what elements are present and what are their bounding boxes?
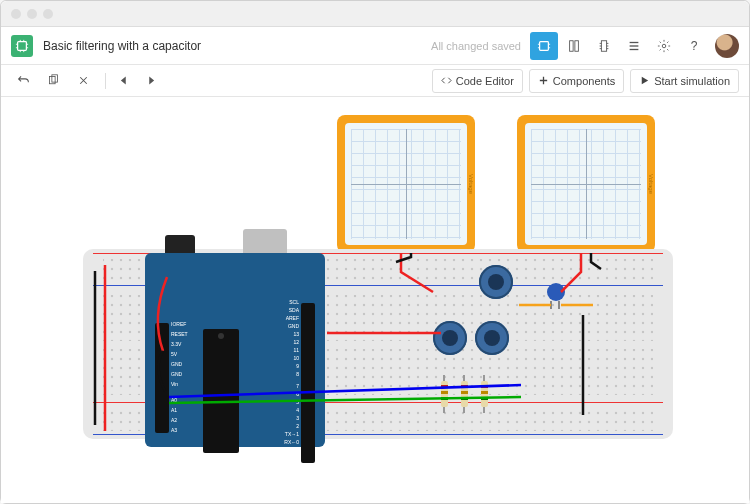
gear-icon bbox=[657, 39, 671, 53]
window-close[interactable] bbox=[11, 9, 21, 19]
pin-label: GND bbox=[171, 371, 182, 377]
svg-rect-16 bbox=[601, 40, 606, 51]
oscilloscope-2[interactable]: Time Voltage bbox=[517, 115, 655, 253]
capacitor[interactable] bbox=[547, 283, 565, 301]
pin-label: A0 bbox=[171, 397, 177, 403]
brand-logo[interactable] bbox=[11, 35, 33, 57]
pin-label: 4 bbox=[296, 407, 299, 413]
view-code-button[interactable] bbox=[590, 32, 618, 60]
copy-button[interactable] bbox=[41, 69, 65, 93]
svg-point-26 bbox=[662, 44, 666, 48]
help-button[interactable]: ? bbox=[680, 32, 708, 60]
step-back-button[interactable] bbox=[110, 69, 134, 93]
start-simulation-label: Start simulation bbox=[654, 75, 730, 87]
svg-rect-0 bbox=[18, 41, 27, 50]
chip-icon bbox=[15, 39, 29, 53]
pin-label: RX←0 bbox=[284, 439, 299, 445]
resistor-3[interactable] bbox=[481, 381, 488, 407]
pin-label: TX→1 bbox=[285, 431, 299, 437]
save-status: All changed saved bbox=[431, 40, 521, 52]
microcontroller-chip bbox=[203, 329, 239, 453]
scope-ylabel: Voltage bbox=[648, 174, 654, 194]
plus-icon bbox=[538, 75, 549, 86]
resistor-2[interactable] bbox=[461, 381, 468, 407]
play-icon bbox=[639, 75, 650, 86]
pin-label: 9 bbox=[296, 363, 299, 369]
left-pin-header[interactable] bbox=[155, 323, 169, 433]
scope-ylabel: Voltage bbox=[468, 174, 474, 194]
pin-label: 7 bbox=[296, 383, 299, 389]
pin-label: SCL bbox=[289, 299, 299, 305]
pin-label: Vin bbox=[171, 381, 178, 387]
pin-label: 11 bbox=[293, 347, 299, 353]
pin-label: GND bbox=[171, 361, 182, 367]
undo-button[interactable] bbox=[11, 69, 35, 93]
potentiometer-1[interactable] bbox=[479, 265, 513, 299]
svg-rect-9 bbox=[540, 41, 549, 50]
potentiometer-3[interactable] bbox=[475, 321, 509, 355]
pin-label: IOREF bbox=[171, 321, 186, 327]
pin-label: 5V bbox=[171, 351, 177, 357]
arduino-uno[interactable]: IOREF RESET 3.3V 5V GND GND Vin A0 A1 A2… bbox=[145, 217, 325, 447]
pin-label: RESET bbox=[171, 331, 188, 337]
code-icon bbox=[441, 75, 452, 86]
start-simulation-button[interactable]: Start simulation bbox=[630, 69, 739, 93]
pin-label: 3.3V bbox=[171, 341, 181, 347]
pin-label: A1 bbox=[171, 407, 177, 413]
step-forward-button[interactable] bbox=[140, 69, 164, 93]
pin-label: 10 bbox=[293, 355, 299, 361]
svg-rect-14 bbox=[570, 40, 574, 51]
components-label: Components bbox=[553, 75, 615, 87]
design-canvas[interactable]: Time Voltage Time Voltage bbox=[1, 97, 749, 503]
window-zoom[interactable] bbox=[43, 9, 53, 19]
pin-label: 13 bbox=[293, 331, 299, 337]
project-title[interactable]: Basic filtering with a capacitor bbox=[43, 39, 431, 53]
right-pin-header[interactable] bbox=[301, 303, 315, 463]
view-schematic-button[interactable] bbox=[560, 32, 588, 60]
code-editor-label: Code Editor bbox=[456, 75, 514, 87]
oscilloscope-1[interactable]: Time Voltage bbox=[337, 115, 475, 253]
settings-button[interactable] bbox=[650, 32, 678, 60]
potentiometer-2[interactable] bbox=[433, 321, 467, 355]
pin-label: 5 bbox=[296, 399, 299, 405]
view-circuit-button[interactable] bbox=[530, 32, 558, 60]
pin-label: A3 bbox=[171, 427, 177, 433]
svg-rect-15 bbox=[575, 40, 579, 51]
code-editor-button[interactable]: Code Editor bbox=[432, 69, 523, 93]
scope-screen bbox=[525, 123, 647, 245]
components-button[interactable]: Components bbox=[529, 69, 624, 93]
window-minimize[interactable] bbox=[27, 9, 37, 19]
app-header: Basic filtering with a capacitor All cha… bbox=[1, 27, 749, 65]
toolbar: Code Editor Components Start simulation bbox=[1, 65, 749, 97]
pin-label: 12 bbox=[293, 339, 299, 345]
pin-label: 8 bbox=[296, 371, 299, 377]
pin-label: SDA bbox=[289, 307, 299, 313]
pin-label: 3 bbox=[296, 415, 299, 421]
resistor-1[interactable] bbox=[441, 381, 448, 407]
pin-label: 6 bbox=[296, 391, 299, 397]
user-avatar[interactable] bbox=[715, 34, 739, 58]
pin-label: GND bbox=[288, 323, 299, 329]
pin-label: AREF bbox=[286, 315, 299, 321]
pin-label: 2 bbox=[296, 423, 299, 429]
scope-screen bbox=[345, 123, 467, 245]
pin-label: A2 bbox=[171, 417, 177, 423]
window-titlebar bbox=[1, 1, 749, 27]
view-list-button[interactable] bbox=[620, 32, 648, 60]
delete-button[interactable] bbox=[71, 69, 95, 93]
